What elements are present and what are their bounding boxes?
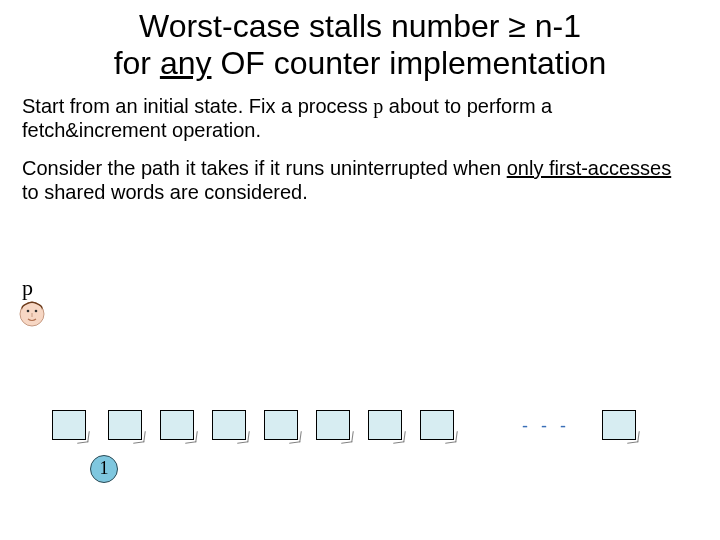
- para2-b: to shared words are considered.: [22, 181, 308, 203]
- paragraph-2: Consider the path it takes if it runs un…: [22, 156, 690, 204]
- word-box: [52, 410, 86, 440]
- title-line2b: OF counter implementation: [211, 45, 606, 81]
- word-box: [420, 410, 454, 440]
- title-geq: ≥: [508, 8, 526, 44]
- title-line2a: for: [114, 45, 160, 81]
- word-box: [368, 410, 402, 440]
- slide-title: Worst-case stalls number ≥ n-1 for any O…: [0, 0, 720, 86]
- para2-u: only first-accesses: [507, 157, 672, 179]
- word-box: [160, 410, 194, 440]
- word-box: [602, 410, 636, 440]
- para1-a: Start from an initial state. Fix a proce…: [22, 95, 373, 117]
- paragraph-1: Start from an initial state. Fix a proce…: [22, 94, 690, 142]
- title-part1: Worst-case stalls number: [139, 8, 508, 44]
- step-counter: 1: [90, 455, 118, 483]
- ellipsis: - - -: [522, 416, 570, 437]
- para1-p: p: [373, 95, 383, 117]
- title-line2-underlined: any: [160, 45, 212, 81]
- word-box: [108, 410, 142, 440]
- para2-a: Consider the path it takes if it runs un…: [22, 157, 507, 179]
- body-text: Start from an initial state. Fix a proce…: [0, 86, 720, 204]
- word-box: [212, 410, 246, 440]
- svg-point-2: [35, 310, 38, 313]
- face-icon: [18, 300, 46, 328]
- slide: Worst-case stalls number ≥ n-1 for any O…: [0, 0, 720, 540]
- word-box: [316, 410, 350, 440]
- title-part2: n-1: [526, 8, 581, 44]
- word-box: [264, 410, 298, 440]
- svg-point-1: [27, 310, 30, 313]
- process-label: p: [22, 275, 33, 301]
- shared-words-row: - - -: [52, 410, 692, 450]
